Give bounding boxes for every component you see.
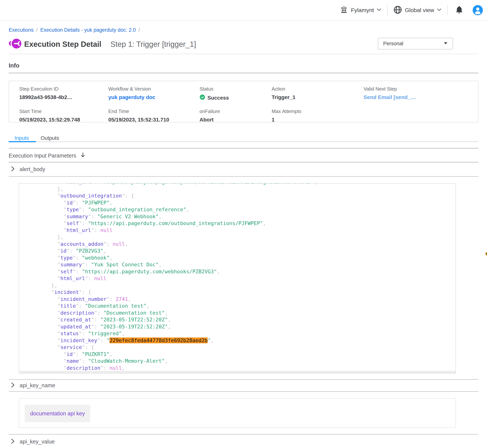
view-label: Global view xyxy=(405,7,434,13)
active-tab-underline xyxy=(9,141,36,142)
view-selector[interactable]: Global view xyxy=(393,5,442,15)
info-field: onFailure Abort xyxy=(200,108,272,123)
info-divider xyxy=(9,73,478,73)
param-row-alert-body[interactable]: alert_body xyxy=(11,166,45,172)
org-selector[interactable]: Fylamynt xyxy=(340,6,381,15)
section-divider xyxy=(9,148,478,149)
info-field-label: Step Execution ID xyxy=(19,86,108,92)
info-field-label: Start Time xyxy=(19,108,108,114)
chevron-down-icon xyxy=(377,8,381,12)
param-row-api-key-value[interactable]: api_key_value xyxy=(11,438,55,445)
topbar-divider xyxy=(387,5,388,15)
scope-select[interactable]: Personal xyxy=(378,38,453,49)
notifications-button[interactable] xyxy=(455,6,463,15)
info-field: Max Attempts 1 xyxy=(272,108,364,123)
dropdown-arrow-icon xyxy=(444,42,448,45)
scroll-highlight-marker xyxy=(486,252,487,255)
next-step-link[interactable]: Send Email [send_… xyxy=(364,94,416,100)
info-field: Action Trigger_1 xyxy=(272,86,364,101)
param-label: api_key_value xyxy=(20,439,55,445)
header-divider xyxy=(9,54,478,54)
info-field: Start Time 05/19/2023, 15:52:29.748 xyxy=(19,108,108,123)
tab-outputs[interactable]: Outputs xyxy=(41,135,59,141)
info-field-label: End Time xyxy=(108,108,200,114)
end-time-value: 05/19/2023, 15:52:31.710 xyxy=(108,117,200,123)
section-divider xyxy=(9,162,478,163)
info-field: End Time 05/19/2023, 15:52:31.710 xyxy=(108,108,200,123)
info-field: Valid Next Step Send Email [send_… xyxy=(364,86,478,101)
breadcrumb-link-executions[interactable]: Executions xyxy=(9,27,34,33)
json-viewer[interactable]: "html_url": "https://fylamynt.pagerduty.… xyxy=(19,183,456,374)
globe-icon xyxy=(393,5,402,15)
status-badge: Success xyxy=(200,94,272,101)
action-value: Trigger_1 xyxy=(272,94,364,100)
param-label: api_key_name xyxy=(20,382,55,389)
info-field: Workflow & Version yuk pagerduty doc xyxy=(108,86,200,101)
chevron-down-icon xyxy=(437,8,442,12)
json-code: "html_url": "https://fylamynt.pagerduty.… xyxy=(19,183,455,374)
sort-descending-icon[interactable] xyxy=(81,152,85,159)
onfailure-value: Abort xyxy=(200,117,272,123)
avatar[interactable] xyxy=(473,5,483,15)
section-divider xyxy=(9,391,478,392)
params-heading-label: Execution Input Parameters xyxy=(9,152,76,159)
info-field-label: onFailure xyxy=(200,108,272,114)
start-time-value: 05/19/2023, 15:52:29.748 xyxy=(19,117,108,123)
breadcrumb-link-execution-details[interactable]: Execution Details - yuk pagerduty doc: 2… xyxy=(41,27,136,33)
chevron-right-icon xyxy=(11,166,15,172)
status-text: Success xyxy=(207,95,229,101)
workflow-link[interactable]: yuk pagerduty doc xyxy=(108,94,155,100)
page: Fylamynt Global view Executions xyxy=(0,0,487,448)
info-card: Step Execution ID 18992a43-9538-4b2… Wor… xyxy=(9,81,478,122)
param-row-api-key-name[interactable]: api_key_name xyxy=(11,382,55,389)
workflow-logo-icon xyxy=(9,38,22,50)
info-field: Step Execution ID 18992a43-9538-4b2… xyxy=(19,86,108,101)
chevron-right-icon xyxy=(11,382,15,389)
section-divider xyxy=(9,434,478,435)
bell-icon xyxy=(455,11,463,15)
info-field-label: Max Attempts xyxy=(272,108,364,114)
page-subtitle: Step 1: Trigger [trigger_1] xyxy=(110,40,196,48)
api-key-chip: documentation api key xyxy=(25,405,90,422)
breadcrumb: Executions / Execution Details - yuk pag… xyxy=(9,27,140,33)
tabs-divider xyxy=(9,142,478,142)
api-key-value-card: documentation api key xyxy=(19,398,456,428)
scope-selected-value: Personal xyxy=(383,41,403,47)
info-field: Status Success xyxy=(200,86,272,101)
section-divider xyxy=(9,379,478,380)
breadcrumb-separator: / xyxy=(36,27,38,33)
tab-inputs[interactable]: Inputs xyxy=(15,135,29,141)
topbar: Fylamynt Global view xyxy=(0,0,487,21)
code-hscrollbar[interactable] xyxy=(19,371,455,373)
bank-icon xyxy=(340,6,348,15)
success-icon xyxy=(200,94,205,101)
params-heading: Execution Input Parameters xyxy=(9,152,85,159)
param-label: alert_body xyxy=(20,166,45,172)
step-execution-id: 18992a43-9538-4b2… xyxy=(19,94,108,100)
page-title: Execution Step Detail xyxy=(24,40,101,48)
max-attempts-value: 1 xyxy=(272,117,364,123)
section-divider xyxy=(9,176,478,177)
org-label: Fylamynt xyxy=(351,7,374,13)
info-field-label: Valid Next Step xyxy=(364,86,478,92)
topbar-divider xyxy=(447,5,448,15)
breadcrumb-separator: / xyxy=(138,27,140,33)
info-field-label: Status xyxy=(200,86,272,92)
chevron-right-icon xyxy=(11,438,15,445)
info-field-label: Action xyxy=(272,86,364,92)
info-field-label: Workflow & Version xyxy=(108,86,200,92)
info-heading: Info xyxy=(9,62,19,69)
